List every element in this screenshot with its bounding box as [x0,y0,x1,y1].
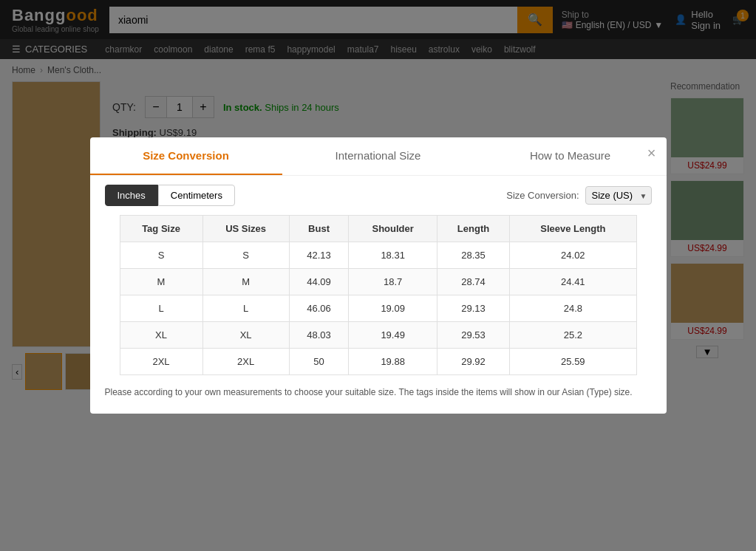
modal-close-button[interactable]: × [647,145,656,162]
size-conversion-label-row: Size Conversion: Size (US) [506,186,651,205]
cell-bust-1: 44.09 [289,269,349,295]
table-row: SS42.1318.3128.3524.02 [120,242,636,269]
modal-overlay: × Size Conversion International Size How… [0,0,756,402]
cell-us-4: 2XL [202,349,289,375]
cell-tag-0: S [120,242,202,269]
cell-bust-4: 50 [289,349,349,375]
table-row: LL46.0619.0929.1324.8 [120,295,636,322]
inches-button[interactable]: Inches [105,185,158,206]
cell-bust-0: 42.13 [289,242,349,269]
size-table: Tag Size US Sizes Bust Shoulder Length S… [120,215,637,375]
col-shoulder: Shoulder [349,216,437,242]
table-row: 2XL2XL5019.8829.9225.59 [120,349,636,375]
cell-tag-2: L [120,295,202,322]
size-select-wrap: Size (US) [585,186,652,205]
size-conv-text: Size Conversion: [506,190,579,201]
col-sleeve-length: Sleeve Length [510,216,636,242]
cell-sleeve-4: 25.59 [510,349,636,375]
cell-length-4: 29.92 [437,349,509,375]
size-select[interactable]: Size (US) [585,186,652,205]
cell-shoulder-1: 18.7 [349,269,437,295]
cell-sleeve-1: 24.41 [510,269,636,295]
cell-shoulder-3: 19.49 [349,322,437,349]
cell-us-0: S [202,242,289,269]
unit-toggle: Inches Centimeters [105,185,235,206]
cell-shoulder-4: 19.88 [349,349,437,375]
cell-sleeve-2: 24.8 [510,295,636,322]
cell-length-1: 28.74 [437,269,509,295]
tab-international-size[interactable]: International Size [282,137,474,175]
table-header-row: Tag Size US Sizes Bust Shoulder Length S… [120,216,636,242]
centimeters-button[interactable]: Centimeters [158,185,235,206]
col-length: Length [437,216,509,242]
cell-us-2: L [202,295,289,322]
cell-sleeve-0: 24.02 [510,242,636,269]
cell-us-1: M [202,269,289,295]
cell-shoulder-0: 18.31 [349,242,437,269]
cell-length-2: 29.13 [437,295,509,322]
cell-tag-4: 2XL [120,349,202,375]
size-conversion-modal: × Size Conversion International Size How… [90,137,667,402]
size-note: Please according to your own measurement… [90,375,667,402]
col-bust: Bust [289,216,349,242]
cell-shoulder-2: 19.09 [349,295,437,322]
size-table-wrapper: Tag Size US Sizes Bust Shoulder Length S… [90,215,667,375]
tab-how-to-measure[interactable]: How to Measure [474,137,667,175]
cell-length-0: 28.35 [437,242,509,269]
col-us-sizes: US Sizes [202,216,289,242]
table-row: XLXL48.0319.4929.5325.2 [120,322,636,349]
cell-sleeve-3: 25.2 [510,322,636,349]
col-tag-size: Tag Size [120,216,202,242]
cell-tag-3: XL [120,322,202,349]
cell-bust-3: 48.03 [289,322,349,349]
unit-row: Inches Centimeters Size Conversion: Size… [90,176,667,215]
cell-us-3: XL [202,322,289,349]
table-row: MM44.0918.728.7424.41 [120,269,636,295]
cell-tag-1: M [120,269,202,295]
cell-bust-2: 46.06 [289,295,349,322]
cell-length-3: 29.53 [437,322,509,349]
tab-size-conversion[interactable]: Size Conversion [90,137,282,175]
modal-tabs: Size Conversion International Size How t… [90,137,667,176]
